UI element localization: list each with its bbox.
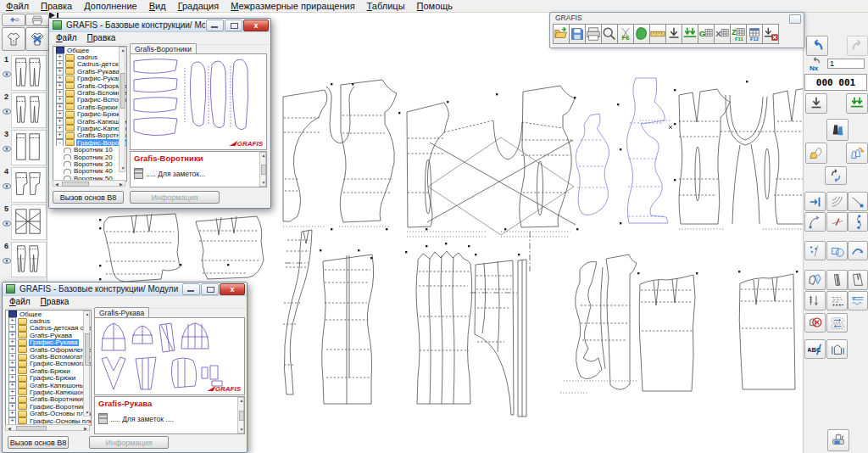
menu-item-3[interactable]: Вид [143, 0, 172, 12]
tree-item[interactable]: Общее [53, 47, 126, 53]
table-x-button[interactable]: X [714, 24, 731, 44]
print-button[interactable] [585, 24, 602, 44]
pattern-piece-blue-large[interactable] [626, 78, 672, 223]
piece-list-item[interactable]: 2 [0, 92, 47, 128]
garment-delete-button[interactable] [25, 27, 49, 51]
pattern-piece-skirt-back[interactable] [739, 274, 795, 389]
tree-item[interactable]: Общее [6, 310, 91, 317]
tree-item[interactable]: +Графис-Вспомогат [53, 97, 126, 103]
open-file-button[interactable] [553, 24, 570, 44]
tree-expand-icon[interactable]: + [8, 325, 16, 332]
close-button[interactable]: x [243, 20, 269, 31]
tree-expand-icon[interactable]: + [56, 53, 64, 60]
tree-expand-icon[interactable]: + [8, 396, 16, 403]
pattern-piece-flare-panel[interactable] [470, 260, 526, 417]
tree-item[interactable]: +Grafis-Брюки [53, 103, 126, 110]
ruler-measure-button[interactable] [649, 24, 666, 44]
tree-item[interactable]: +Grafis-Рукава [53, 68, 126, 75]
scatter-points-button[interactable] [804, 241, 826, 260]
garment-show-button[interactable] [2, 27, 25, 51]
tree-item[interactable]: +Графис-Воротники [6, 403, 91, 410]
piece-list-item[interactable]: 1 [0, 55, 47, 91]
menu-item-4[interactable]: Градация [172, 0, 225, 12]
tree-item[interactable]: Воротник 20 [53, 154, 126, 160]
tree-expand-icon[interactable]: + [8, 317, 16, 324]
tree-item[interactable]: +Grafis-Брюки [6, 367, 91, 374]
piece-list-item[interactable]: 6 [0, 242, 47, 277]
visibility-eye-icon[interactable] [3, 177, 11, 193]
tree-item[interactable]: +Графис-Основы плечевь [6, 417, 91, 424]
tree-item[interactable]: Воротник 10 [53, 146, 126, 153]
insert-points-all-button[interactable] [846, 93, 868, 114]
tree-item[interactable]: +Графис-Рукава [53, 76, 126, 82]
tree-expand-icon[interactable]: + [56, 111, 64, 118]
tree-item[interactable]: +Cadrus-детская одежда [6, 325, 91, 332]
tree-item[interactable]: +Grafis-Капюшоны [53, 118, 126, 125]
info-vscrollbar[interactable]: ▲▼ [237, 397, 244, 433]
piece-list-item[interactable]: 3 [0, 130, 47, 165]
line-to-point-button[interactable] [848, 192, 868, 211]
tree-item[interactable]: +Grafis-Воротники [53, 132, 126, 139]
menu-item-7[interactable]: Помощь [411, 0, 459, 12]
pattern-piece-right-bodices[interactable] [679, 87, 804, 229]
visibility-eye-icon[interactable] [3, 65, 11, 81]
tree-expand-icon[interactable]: + [8, 367, 16, 374]
visibility-eye-icon[interactable] [3, 215, 11, 230]
piece-thumbnail[interactable] [11, 130, 47, 165]
tree-vscrollbar[interactable]: ▲▼ [83, 310, 90, 417]
measure-line-button[interactable] [826, 212, 848, 232]
dialog-menu-item-1[interactable]: Правка [82, 32, 121, 44]
print-view-button[interactable] [25, 14, 49, 26]
grafis-floating-toolbar[interactable]: GRAFIS F6GXZF11F12 [549, 12, 804, 48]
piece-thumbnail[interactable] [11, 55, 47, 91]
tree-expand-icon[interactable]: + [8, 353, 16, 360]
pleat-panel-button[interactable] [826, 270, 848, 290]
visibility-eye-icon[interactable] [3, 252, 11, 267]
maximize-button[interactable] [201, 283, 219, 295]
tree-expand-icon[interactable]: + [8, 417, 16, 424]
tree-hscrollbar[interactable]: ◀▶ [53, 180, 125, 187]
tree-item[interactable]: +Grafis-Оформлени [53, 82, 126, 89]
shape-tools-button[interactable] [826, 241, 848, 260]
visibility-eye-icon[interactable] [3, 103, 11, 118]
info-vscrollbar[interactable]: ▲▼ [259, 152, 266, 187]
tree-expand-icon[interactable]: + [8, 403, 16, 410]
dialog-menu-item-0[interactable]: Файл [51, 32, 82, 44]
piece-list-item[interactable]: 4 [0, 167, 47, 203]
tree-expand-icon[interactable]: + [8, 382, 16, 389]
save-file-button[interactable] [569, 24, 586, 44]
piece-green-button[interactable] [633, 24, 650, 44]
dialog-menu-item-1[interactable]: Правка [36, 296, 75, 308]
close-button[interactable]: x [220, 283, 245, 295]
tree-expand-icon[interactable]: + [56, 89, 64, 96]
tree-item[interactable]: +Графис-Брюки [6, 375, 91, 382]
tree-item[interactable]: +cadrus [53, 53, 126, 60]
dialog-menu-item-0[interactable]: Файл [4, 296, 36, 308]
pattern-piece-crossed-bodices[interactable] [407, 86, 576, 271]
pattern-piece-bodice-pair[interactable] [283, 80, 397, 226]
tree-item[interactable]: +Графис-Вспомогательнь [6, 361, 91, 367]
pieces-overview-button[interactable] [826, 119, 849, 141]
tree-item[interactable]: +Графис-Капюшоны [6, 389, 91, 395]
pattern-piece-shorts-left[interactable] [103, 214, 180, 282]
piece-thumbnail[interactable] [11, 92, 47, 128]
tree-expand-icon[interactable]: + [56, 132, 64, 139]
tree-item[interactable]: Воротник 30 [53, 160, 126, 167]
minimize-button[interactable] [206, 20, 224, 31]
tree-item[interactable]: +Grafis-Оформление угло [6, 346, 91, 353]
information-button[interactable]: Информация [130, 191, 220, 204]
insert-point-button[interactable] [665, 24, 682, 44]
table-f12-button[interactable]: F12 [746, 24, 763, 44]
call-basics-button[interactable]: Вызов основ В8 [53, 191, 124, 204]
tree-item[interactable]: +Графис-Капюшоны [53, 125, 126, 131]
pattern-piece-corset-dress[interactable] [416, 251, 472, 404]
remove-point-button[interactable] [762, 24, 779, 44]
menu-item-1[interactable]: Правка [35, 0, 78, 12]
pattern-piece-blue-small[interactable] [576, 114, 609, 215]
tree-item[interactable]: +Grafis-Вспомогательные [6, 353, 91, 360]
tree-item[interactable]: -Графис-Воротники [53, 139, 126, 146]
tree-item[interactable]: +cadrus [6, 317, 91, 324]
tree-expand-icon[interactable]: + [56, 61, 64, 68]
hatch-marks-button[interactable] [826, 291, 848, 310]
zoom-button[interactable] [601, 24, 618, 44]
